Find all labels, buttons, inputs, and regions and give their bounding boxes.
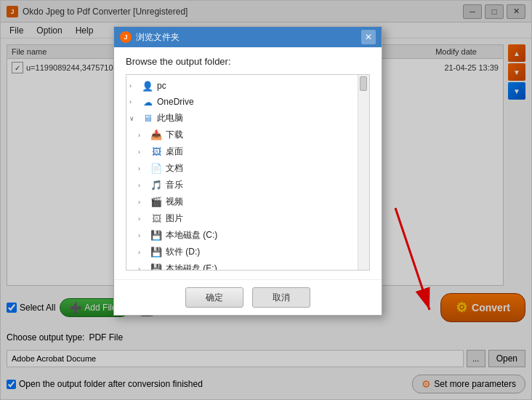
tree-label-drive-d: 软件 (D:) xyxy=(166,246,200,258)
tree-icon-desktop: 🖼 xyxy=(150,146,163,158)
tree-label-drive-c: 本地磁盘 (C:) xyxy=(166,229,217,241)
tree-arrow-pictures: › xyxy=(138,215,150,223)
tree-label-desktop: 桌面 xyxy=(166,145,183,158)
tree-item-drive-c[interactable]: › 💾 本地磁盘 (C:) xyxy=(126,227,358,244)
dialog-title-icon: J xyxy=(120,31,132,43)
tree-icon-pc: 👤 xyxy=(141,80,154,92)
dialog-body: Browse the output folder: › 👤 pc › ☁ xyxy=(114,47,382,279)
tree-item-downloads[interactable]: › 📥 下载 xyxy=(126,127,358,143)
tree-item-drive-d[interactable]: › 💾 软件 (D:) xyxy=(126,244,358,260)
tree-item-drive-e[interactable]: › 💾 本地磁盘 (E:) xyxy=(126,260,358,270)
tree-arrow-downloads: › xyxy=(138,132,150,139)
tree-icon-drive-c: 💾 xyxy=(150,230,163,241)
tree-arrow-drive-e: › xyxy=(138,265,150,271)
dialog-scrollbar[interactable] xyxy=(358,75,369,270)
tree-item-thispc[interactable]: ∨ 🖥 此电脑 xyxy=(126,110,358,127)
tree-arrow-documents: › xyxy=(138,165,150,172)
dialog-close-button[interactable]: ✕ xyxy=(361,30,376,44)
tree-arrow-onedrive: › xyxy=(129,98,141,105)
tree-label-pc: pc xyxy=(157,81,166,91)
dialog-title: 浏览文件夹 xyxy=(136,31,180,44)
dialog-titlebar: J 浏览文件夹 ✕ xyxy=(114,27,382,47)
tree-label-pictures: 图片 xyxy=(166,212,183,225)
tree-icon-documents: 📄 xyxy=(150,163,163,175)
tree-item-music[interactable]: › 🎵 音乐 xyxy=(126,177,358,193)
tree-item-videos[interactable]: › 🎬 视频 xyxy=(126,193,358,210)
tree-icon-downloads: 📥 xyxy=(150,129,163,141)
dialog-tree-container: › 👤 pc › ☁ OneDrive ∨ � xyxy=(126,74,370,271)
tree-arrow-desktop: › xyxy=(138,148,150,156)
tree-label-downloads: 下载 xyxy=(166,129,183,141)
tree-item-documents[interactable]: › 📄 文档 xyxy=(126,160,358,177)
tree-label-music: 音乐 xyxy=(166,179,183,191)
tree-item-pictures[interactable]: › 🖼 图片 xyxy=(126,210,358,227)
tree-icon-thispc: 🖥 xyxy=(141,113,154,124)
tree-label-documents: 文档 xyxy=(166,162,183,175)
tree-item-onedrive[interactable]: › ☁ OneDrive xyxy=(126,94,358,110)
dialog-tree[interactable]: › 👤 pc › ☁ OneDrive ∨ � xyxy=(126,75,358,270)
tree-icon-drive-e: 💾 xyxy=(150,263,163,271)
tree-icon-music: 🎵 xyxy=(150,180,163,191)
cancel-label: 取消 xyxy=(273,292,290,303)
main-window: J Okdo Jpeg to Pdf Converter [Unregister… xyxy=(0,0,532,400)
dialog-footer: 确定 取消 xyxy=(114,279,382,315)
tree-icon-pictures: 🖼 xyxy=(150,213,163,225)
tree-arrow-thispc: ∨ xyxy=(129,115,141,122)
tree-label-videos: 视频 xyxy=(166,196,183,208)
tree-arrow-videos: › xyxy=(138,199,150,206)
tree-icon-onedrive: ☁ xyxy=(141,96,154,108)
dialog-title-left: J 浏览文件夹 xyxy=(120,31,180,44)
browse-folder-dialog: J 浏览文件夹 ✕ Browse the output folder: › 👤 … xyxy=(113,26,382,316)
tree-icon-videos: 🎬 xyxy=(150,196,163,208)
tree-arrow-pc: › xyxy=(129,82,141,89)
tree-item-desktop[interactable]: › 🖼 桌面 xyxy=(126,143,358,160)
tree-icon-drive-d: 💾 xyxy=(150,247,163,258)
tree-label-onedrive: OneDrive xyxy=(157,97,194,107)
cancel-button[interactable]: 取消 xyxy=(252,287,310,308)
tree-label-drive-e: 本地磁盘 (E:) xyxy=(166,263,217,270)
tree-arrow-drive-c: › xyxy=(138,232,150,239)
tree-arrow-drive-d: › xyxy=(138,249,150,256)
tree-item-pc[interactable]: › 👤 pc xyxy=(126,78,358,94)
confirm-button[interactable]: 确定 xyxy=(185,287,243,308)
tree-label-thispc: 此电脑 xyxy=(157,112,183,124)
tree-arrow-music: › xyxy=(138,182,150,189)
confirm-label: 确定 xyxy=(206,292,223,303)
dialog-prompt: Browse the output folder: xyxy=(126,56,370,67)
dialog-overlay: J 浏览文件夹 ✕ Browse the output folder: › 👤 … xyxy=(1,1,531,399)
